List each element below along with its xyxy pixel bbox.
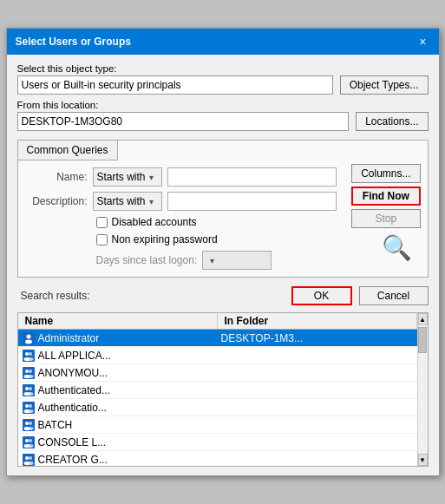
name-text: Authenticatio... <box>38 402 107 414</box>
object-type-section: Select this object type: Object Types... <box>17 63 429 95</box>
name-cell: Administrator <box>18 331 214 346</box>
folder-cell <box>214 442 417 443</box>
folder-cell <box>214 372 417 374</box>
scrollbar[interactable]: ▲ ▼ <box>417 313 428 466</box>
location-input[interactable] <box>17 112 350 131</box>
group-icon <box>22 435 36 449</box>
name-cell: CONSOLE L... <box>18 435 214 450</box>
svg-point-4 <box>25 352 29 356</box>
object-types-button[interactable]: Object Types... <box>340 75 429 95</box>
disabled-accounts-label: Disabled accounts <box>112 216 197 228</box>
svg-point-9 <box>25 370 29 373</box>
object-type-label: Select this object type: <box>17 63 429 74</box>
name-cell: ALL APPLICA... <box>18 348 214 363</box>
table-wrapper: Name In Folder AdministratorDESKTOP-1M3.… <box>18 313 417 466</box>
ok-button[interactable]: OK <box>291 286 352 305</box>
table-body: AdministratorDESKTOP-1M3... ALL APPLICA.… <box>18 330 417 466</box>
folder-cell <box>214 355 417 357</box>
desc-starts-label: Starts with <box>97 195 146 207</box>
stop-button[interactable]: Stop <box>351 209 420 228</box>
name-cell: Authenticated... <box>18 383 214 398</box>
svg-point-22 <box>27 409 33 413</box>
group-icon <box>22 383 36 397</box>
header-name: Name <box>18 313 218 329</box>
svg-point-29 <box>25 439 29 442</box>
scroll-down-btn[interactable]: ▼ <box>418 454 428 466</box>
name-text: CREATOR G... <box>38 454 108 466</box>
name-input[interactable] <box>167 167 337 187</box>
svg-point-25 <box>29 422 32 425</box>
table-row[interactable]: CREATOR G... <box>18 451 417 466</box>
group-icon <box>22 453 36 467</box>
svg-point-30 <box>29 439 32 442</box>
table-row[interactable]: BATCH <box>18 416 417 434</box>
svg-point-35 <box>29 456 32 460</box>
svg-point-1 <box>26 334 30 338</box>
dialog-body: Select this object type: Object Types...… <box>7 55 439 475</box>
object-type-input[interactable] <box>17 75 333 95</box>
svg-point-5 <box>29 352 32 356</box>
common-queries-tab[interactable]: Common Queries <box>18 141 118 160</box>
find-now-button[interactable]: Find Now <box>351 187 420 206</box>
group-icon <box>22 418 36 432</box>
panel-right-buttons: Columns... Find Now Stop 🔍 <box>351 164 420 262</box>
location-row: Locations... <box>17 112 429 131</box>
desc-dropdown-arrow: ▾ <box>149 197 154 206</box>
name-starts-label: Starts with <box>97 171 146 183</box>
svg-point-32 <box>27 444 33 448</box>
table-row[interactable]: Authenticatio... <box>18 399 417 416</box>
table-row[interactable]: ANONYMOU... <box>18 364 417 382</box>
name-text: ANONYMOU... <box>38 367 108 379</box>
days-arrow: ▾ <box>210 256 214 265</box>
svg-point-37 <box>27 461 33 465</box>
results-container: Name In Folder AdministratorDESKTOP-1M3.… <box>17 312 429 467</box>
desc-label: Description: <box>27 195 88 207</box>
disabled-accounts-checkbox[interactable] <box>96 217 108 228</box>
svg-point-17 <box>27 392 33 396</box>
common-queries-panel: Common Queries Columns... Find Now Stop … <box>17 140 429 278</box>
table-row[interactable]: Authenticated... <box>18 382 417 399</box>
svg-point-20 <box>29 404 32 408</box>
name-cell: ANONYMOU... <box>18 365 214 381</box>
location-label: From this location: <box>17 100 429 110</box>
folder-cell <box>214 389 417 391</box>
name-starts-with-dropdown[interactable]: Starts with ▾ <box>93 167 162 187</box>
non-expiring-label: Non expiring password <box>112 233 218 245</box>
folder-cell <box>214 407 417 409</box>
svg-point-2 <box>25 339 32 344</box>
name-text: CONSOLE L... <box>38 436 107 448</box>
group-icon <box>22 349 36 363</box>
non-expiring-checkbox[interactable] <box>96 234 108 245</box>
folder-cell: DESKTOP-1M3... <box>214 331 417 345</box>
user-icon <box>22 331 36 345</box>
svg-point-12 <box>27 375 33 378</box>
locations-button[interactable]: Locations... <box>356 112 428 131</box>
panel-body: Columns... Find Now Stop 🔍 Name: Starts … <box>18 160 428 277</box>
desc-input[interactable] <box>167 192 337 211</box>
close-button[interactable]: × <box>416 36 429 48</box>
search-results-bar: Search results: OK Cancel <box>17 283 429 307</box>
svg-point-7 <box>27 357 33 361</box>
days-dropdown[interactable]: ▾ <box>202 251 272 270</box>
cancel-button[interactable]: Cancel <box>359 286 429 305</box>
name-text: Administrator <box>38 332 100 344</box>
table-row[interactable]: ALL APPLICA... <box>18 347 417 364</box>
location-section: From this location: Locations... <box>17 100 429 131</box>
svg-point-15 <box>29 387 32 390</box>
scroll-thumb[interactable] <box>418 327 427 353</box>
columns-button[interactable]: Columns... <box>351 164 420 183</box>
results-section: Name In Folder AdministratorDESKTOP-1M3.… <box>17 312 429 467</box>
desc-starts-with-dropdown[interactable]: Starts with ▾ <box>93 192 162 211</box>
table-row[interactable]: CONSOLE L... <box>18 434 417 451</box>
group-icon <box>22 366 36 380</box>
name-text: Authenticated... <box>38 384 110 396</box>
name-label: Name: <box>27 171 88 183</box>
folder-cell <box>214 424 417 426</box>
table-row[interactable]: AdministratorDESKTOP-1M3... <box>18 330 417 347</box>
scroll-up-btn[interactable]: ▲ <box>418 313 428 325</box>
name-text: ALL APPLICA... <box>38 350 111 362</box>
svg-point-34 <box>25 456 29 460</box>
group-icon <box>22 401 36 415</box>
object-type-row: Object Types... <box>17 75 429 95</box>
svg-point-14 <box>25 387 29 390</box>
